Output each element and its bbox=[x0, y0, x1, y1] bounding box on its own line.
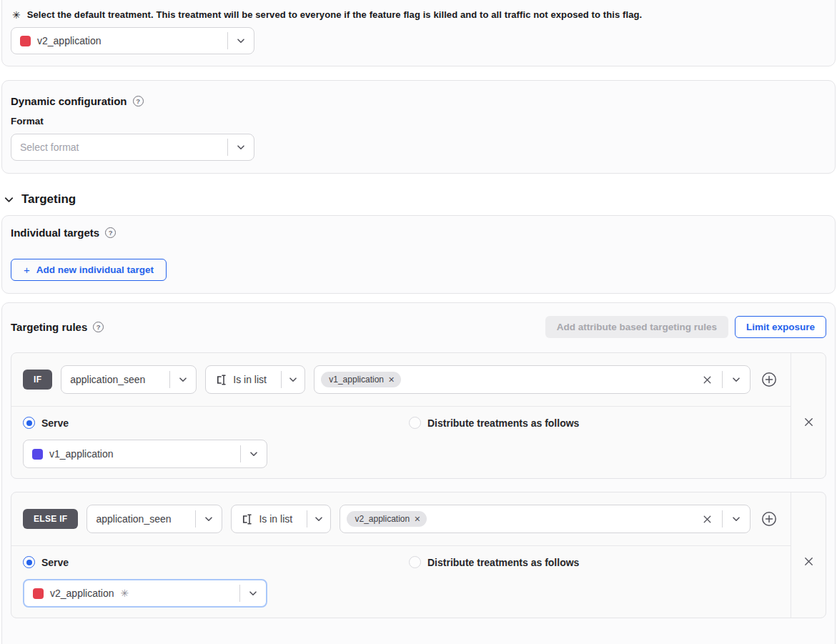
distribute-label: Distribute treatments as follows bbox=[427, 557, 579, 568]
value-list-input[interactable]: v2_application ✕ bbox=[340, 505, 751, 533]
format-select[interactable]: Select format bbox=[11, 134, 254, 161]
matcher-select[interactable]: Is in list bbox=[205, 365, 305, 394]
distribute-radio-option[interactable]: Distribute treatments as follows bbox=[409, 556, 579, 568]
matcher-select[interactable]: Is in list bbox=[231, 505, 331, 533]
default-treatment-select[interactable]: v2_application bbox=[11, 27, 254, 54]
radio-selected-icon bbox=[23, 556, 35, 568]
if-badge: IF bbox=[23, 370, 52, 390]
chevron-down-icon bbox=[282, 374, 304, 385]
chevron-down-icon bbox=[241, 448, 267, 460]
help-icon[interactable]: ? bbox=[93, 322, 104, 332]
distribute-radio-option[interactable]: Distribute treatments as follows bbox=[409, 417, 579, 429]
dynamic-configuration-title: Dynamic configuration bbox=[11, 95, 127, 107]
condition-row: ELSE IF application_seen Is in list bbox=[11, 492, 791, 546]
else-if-badge: ELSE IF bbox=[23, 509, 78, 529]
treatment-color-swatch bbox=[32, 449, 43, 460]
format-select-placeholder: Select format bbox=[20, 142, 79, 153]
serve-treatment-value: v2_application bbox=[50, 588, 114, 599]
value-chip-label: v2_application bbox=[355, 514, 410, 524]
plus-icon: + bbox=[24, 264, 30, 276]
attribute-value: application_seen bbox=[96, 513, 171, 525]
chevron-down-icon bbox=[196, 513, 222, 525]
radio-unselected-icon bbox=[409, 417, 421, 429]
add-individual-target-label: Add new individual target bbox=[36, 264, 154, 275]
clear-values-icon[interactable] bbox=[700, 372, 715, 387]
value-chip[interactable]: v1_application ✕ bbox=[321, 372, 401, 387]
individual-targets-section: Individual targets ? + Add new individua… bbox=[1, 215, 836, 294]
targeting-rule-if: IF application_seen Is in list bbox=[11, 352, 826, 479]
default-treatment-section: ✳ Select the default treatment. This tre… bbox=[1, 0, 836, 66]
serve-area: Serve Distribute treatments as follows v… bbox=[11, 546, 791, 618]
chevron-down-icon bbox=[228, 35, 254, 46]
clear-values-icon[interactable] bbox=[700, 512, 715, 527]
treatment-color-swatch bbox=[33, 588, 44, 599]
matcher-value: Is in list bbox=[233, 374, 267, 385]
default-treatment-note-text: Select the default treatment. This treat… bbox=[27, 9, 643, 20]
add-individual-target-button[interactable]: + Add new individual target bbox=[11, 259, 167, 281]
condition-row: IF application_seen Is in list bbox=[11, 353, 791, 407]
targeting-rule-else-if: ELSE IF application_seen Is in list bbox=[11, 492, 826, 618]
format-label: Format bbox=[11, 116, 826, 127]
targeting-section-toggle[interactable]: Targeting bbox=[3, 192, 837, 207]
attribute-value: application_seen bbox=[70, 374, 145, 385]
individual-targets-title: Individual targets bbox=[11, 227, 99, 239]
attribute-select[interactable]: application_seen bbox=[61, 365, 197, 394]
chip-remove-icon[interactable]: ✕ bbox=[414, 515, 420, 523]
help-icon[interactable]: ? bbox=[133, 96, 144, 106]
radio-unselected-icon bbox=[409, 556, 421, 568]
attribute-select[interactable]: application_seen bbox=[86, 505, 222, 533]
chevron-down-icon bbox=[170, 374, 196, 385]
chevron-down-icon bbox=[723, 374, 750, 385]
add-condition-icon[interactable] bbox=[759, 370, 779, 390]
value-list-input[interactable]: v1_application ✕ bbox=[314, 365, 751, 394]
help-icon[interactable]: ? bbox=[105, 227, 116, 238]
chevron-down-icon bbox=[723, 513, 750, 525]
add-condition-icon[interactable] bbox=[759, 509, 779, 529]
default-treatment-note: ✳ Select the default treatment. This tre… bbox=[11, 9, 826, 20]
default-treatment-value: v2_application bbox=[37, 35, 101, 46]
value-chip[interactable]: v2_application ✕ bbox=[347, 511, 427, 527]
serve-label: Serve bbox=[41, 417, 69, 429]
serve-radio-option[interactable]: Serve bbox=[23, 417, 409, 429]
serve-treatment-value: v1_application bbox=[49, 448, 114, 460]
treatment-color-swatch bbox=[20, 36, 31, 46]
default-treatment-marker-icon: ✳ bbox=[121, 588, 129, 599]
serve-treatment-select[interactable]: v2_application ✳ bbox=[23, 579, 267, 608]
dynamic-configuration-section: Dynamic configuration ? Format Select fo… bbox=[1, 80, 836, 174]
serve-area: Serve Distribute treatments as follows v… bbox=[11, 407, 791, 478]
string-type-icon bbox=[214, 373, 228, 387]
targeting-rules-section: Targeting rules ? Add attribute based ta… bbox=[1, 302, 836, 644]
value-chip-label: v1_application bbox=[329, 375, 384, 385]
add-attribute-rules-button: Add attribute based targeting rules bbox=[545, 316, 728, 338]
targeting-rules-title: Targeting rules bbox=[11, 321, 87, 333]
chevron-down-icon bbox=[307, 513, 330, 525]
chip-remove-icon[interactable]: ✕ bbox=[388, 376, 395, 384]
serve-treatment-select[interactable]: v1_application bbox=[23, 440, 267, 468]
matcher-value: Is in list bbox=[259, 513, 292, 525]
delete-rule-icon[interactable] bbox=[801, 505, 816, 618]
radio-selected-icon bbox=[23, 417, 35, 429]
serve-radio-option[interactable]: Serve bbox=[23, 556, 409, 568]
limit-exposure-button[interactable]: Limit exposure bbox=[735, 316, 826, 338]
serve-label: Serve bbox=[41, 557, 69, 568]
default-treatment-asterisk-icon: ✳ bbox=[12, 10, 21, 20]
targeting-title: Targeting bbox=[21, 192, 76, 207]
distribute-label: Distribute treatments as follows bbox=[427, 417, 579, 429]
chevron-down-icon bbox=[240, 588, 266, 599]
string-type-icon bbox=[240, 512, 254, 526]
chevron-down-icon bbox=[3, 194, 15, 206]
delete-rule-icon[interactable] bbox=[801, 366, 816, 478]
chevron-down-icon bbox=[228, 142, 254, 153]
